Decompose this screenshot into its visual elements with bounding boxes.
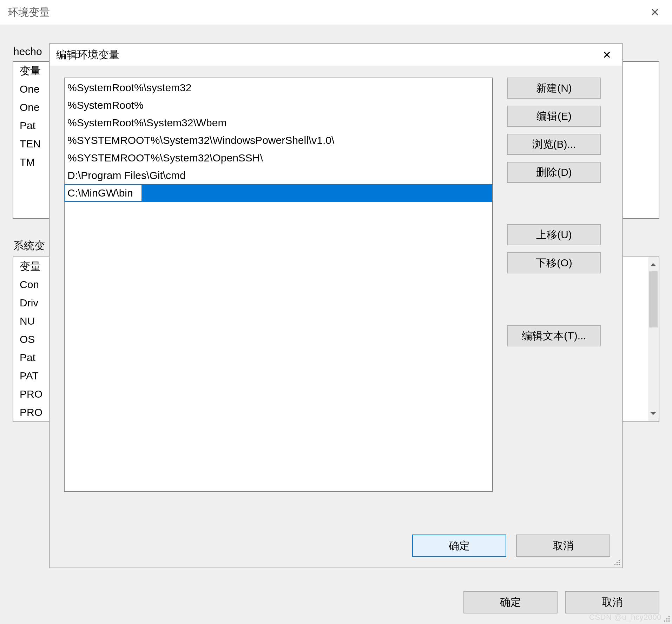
path-entry[interactable]: D:\Program Files\Git\cmd bbox=[65, 167, 492, 184]
path-entry[interactable]: %SYSTEMROOT%\System32\OpenSSH\ bbox=[65, 149, 492, 167]
edit-footer-buttons: 确定 取消 bbox=[412, 535, 610, 557]
edit-body: %SystemRoot%\system32 %SystemRoot% %Syst… bbox=[50, 66, 622, 567]
edit-dialog-title: 编辑环境变量 bbox=[56, 48, 119, 62]
edit-main: %SystemRoot%\system32 %SystemRoot% %Syst… bbox=[64, 78, 610, 492]
path-entry[interactable]: %SystemRoot%\system32 bbox=[65, 79, 492, 97]
edit-env-var-dialog: 编辑环境变量 ✕ %SystemRoot%\system32 %SystemRo… bbox=[49, 43, 623, 568]
scrollbar-thumb[interactable] bbox=[649, 271, 658, 327]
browse-button[interactable]: 浏览(B)... bbox=[507, 134, 601, 155]
move-down-button[interactable]: 下移(O) bbox=[507, 252, 601, 273]
ok-button[interactable]: 确定 bbox=[412, 535, 506, 557]
parent-cancel-button[interactable]: 取消 bbox=[565, 591, 659, 613]
side-buttons-column: 新建(N) 编辑(E) 浏览(B)... 删除(D) 上移(U) 下移(O) 编… bbox=[507, 78, 601, 492]
edit-titlebar: 编辑环境变量 ✕ bbox=[50, 44, 622, 66]
scroll-up-icon[interactable]: ⏶ bbox=[650, 257, 657, 272]
delete-button[interactable]: 删除(D) bbox=[507, 162, 601, 183]
svg-rect-4 bbox=[666, 618, 667, 619]
svg-rect-3 bbox=[668, 618, 670, 619]
parent-ok-button[interactable]: 确定 bbox=[463, 591, 558, 613]
sys-vars-scrollbar[interactable]: ⏶ ⏷ bbox=[648, 257, 659, 421]
parent-close-button[interactable]: ✕ bbox=[643, 2, 667, 23]
svg-rect-5 bbox=[668, 616, 670, 617]
resize-grip-icon[interactable] bbox=[662, 614, 671, 623]
path-entry[interactable]: %SystemRoot%\System32\Wbem bbox=[65, 114, 492, 132]
parent-title: 环境变量 bbox=[8, 5, 50, 20]
parent-footer-buttons: 确定 取消 bbox=[463, 591, 659, 613]
path-entry[interactable]: %SystemRoot% bbox=[65, 97, 492, 114]
scroll-down-icon[interactable]: ⏷ bbox=[650, 406, 657, 421]
svg-rect-6 bbox=[619, 564, 620, 565]
svg-rect-1 bbox=[666, 620, 667, 622]
svg-rect-10 bbox=[617, 562, 618, 563]
resize-grip-icon[interactable] bbox=[612, 558, 621, 566]
cancel-button[interactable]: 取消 bbox=[516, 535, 610, 557]
svg-rect-11 bbox=[619, 560, 620, 561]
new-button[interactable]: 新建(N) bbox=[507, 78, 601, 99]
move-up-button[interactable]: 上移(U) bbox=[507, 224, 601, 245]
watermark-text: CSDN @u_hcy2000 bbox=[589, 613, 661, 622]
svg-rect-2 bbox=[664, 620, 665, 622]
path-entry[interactable]: %SYSTEMROOT%\System32\WindowsPowerShell\… bbox=[65, 132, 492, 149]
parent-titlebar: 环境变量 ✕ bbox=[0, 0, 672, 25]
edit-text-button[interactable]: 编辑文本(T)... bbox=[507, 325, 601, 346]
path-entries-listbox[interactable]: %SystemRoot%\system32 %SystemRoot% %Syst… bbox=[64, 78, 493, 492]
svg-rect-8 bbox=[614, 564, 615, 565]
svg-rect-9 bbox=[619, 562, 620, 563]
path-entry-selected[interactable] bbox=[65, 184, 492, 202]
svg-rect-0 bbox=[668, 620, 670, 622]
edit-close-button[interactable]: ✕ bbox=[595, 45, 618, 64]
svg-rect-7 bbox=[617, 564, 618, 565]
edit-button[interactable]: 编辑(E) bbox=[507, 106, 601, 127]
path-entry-input[interactable] bbox=[65, 184, 142, 202]
